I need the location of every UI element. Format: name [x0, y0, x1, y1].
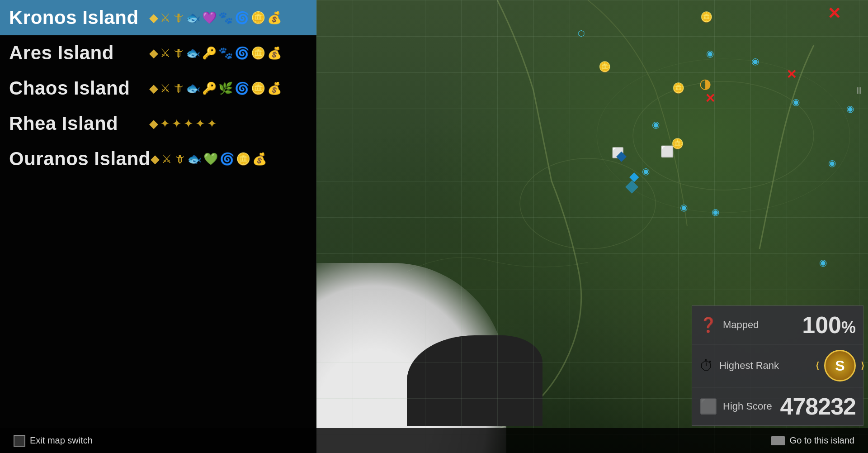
- marker-x-2: ✕: [786, 68, 797, 81]
- player-marker-glow: ◆: [625, 177, 638, 194]
- key-icon: —: [771, 436, 785, 445]
- island-name-chaos: Chaos Island: [9, 77, 149, 99]
- goto-label: Go to this island: [790, 435, 854, 446]
- island-name-kronos: Kronos Island: [9, 7, 149, 29]
- marker-coin-2: 🪙: [599, 62, 611, 72]
- island-item-kronos[interactable]: Kronos Island ◆ ⚔ 🗡 🐟 💜 🐾 🌀 🪙 💰: [0, 0, 316, 35]
- mapped-row: ❓ Mapped 100%: [692, 306, 863, 344]
- marker-chest-1: ⬜: [660, 146, 674, 157]
- island-item-chaos[interactable]: Chaos Island ◆ ⚔ 🗡 🐟 🔑 🌿 🌀 🪙 💰: [0, 71, 316, 106]
- rank-value: S: [835, 358, 844, 374]
- mapped-number: 100: [802, 312, 841, 338]
- marker-blue-10: ◉: [712, 207, 719, 216]
- rank-badge: S: [824, 350, 856, 381]
- island-list-panel: Kronos Island ◆ ⚔ 🗡 🐟 💜 🐾 🌀 🪙 💰 Ares Isl…: [0, 0, 316, 453]
- rank-row: ⏱ Highest Rank S: [692, 344, 863, 387]
- mapped-unit: %: [841, 318, 856, 337]
- blue-icon-top: ◆: [616, 149, 627, 162]
- rank-icon: ⏱: [699, 358, 714, 374]
- score-icon: ⬜: [699, 398, 717, 415]
- island-item-rhea[interactable]: Rhea Island ◆ ✦ ✦ ✦ ✦ ✦: [0, 106, 316, 141]
- island-icons-ouranos: ◆ ⚔ 🗡 🐟 💚 🌀 🪙 💰: [151, 153, 267, 165]
- marker-blue-6: ◉: [828, 158, 836, 167]
- island-icons-ares: ◆ ⚔ 🗡 🐟 🔑 🐾 🌀 🪙 💰: [149, 47, 282, 59]
- exit-label: Exit map switch: [30, 435, 93, 446]
- mapped-value: 100%: [802, 311, 856, 339]
- stats-panel: ❓ Mapped 100% ⏱ Highest Rank S ⬜ High Sc…: [692, 305, 863, 426]
- map-area: ✕ ✕ ✕ 🪙 🪙 🪙 🪙 ⬡ ◉ ◉ ◉ ◉ ◉ ◉ ◉ ◉ ◉ ◉ ◑ ⚠ …: [316, 0, 868, 453]
- marker-coin-3: 🪙: [672, 83, 684, 93]
- rank-label: Highest Rank: [719, 360, 824, 372]
- score-value: 478232: [780, 393, 856, 420]
- map-roman-2: II: [856, 86, 861, 96]
- marker-blue-5: ◉: [846, 104, 854, 113]
- island-icons-chaos: ◆ ⚔ 🗡 🐟 🔑 🌿 🌀 🪙 💰: [149, 82, 282, 94]
- mapped-label: Mapped: [723, 319, 802, 331]
- exit-map-btn[interactable]: Exit map switch: [14, 435, 93, 447]
- goto-island-btn[interactable]: — Go to this island: [771, 435, 854, 446]
- island-item-ares[interactable]: Ares Island ◆ ⚔ 🗡 🐟 🔑 🐾 🌀 🪙 💰: [0, 35, 316, 71]
- marker-x-3: ✕: [705, 92, 715, 105]
- mapped-icon: ❓: [699, 316, 717, 334]
- checkbox-icon: [14, 435, 25, 447]
- marker-coin-1: 🪙: [700, 12, 712, 22]
- marker-sector: ◑: [699, 77, 711, 91]
- island-item-ouranos[interactable]: Ouranos Island ◆ ⚔ 🗡 🐟 💚 🌀 🪙 💰: [0, 141, 316, 176]
- island-icons-rhea: ◆ ✦ ✦ ✦ ✦ ✦: [149, 118, 217, 129]
- island-name-rhea: Rhea Island: [9, 113, 149, 134]
- marker-blue-8: ◉: [642, 167, 650, 176]
- island-name-ares: Ares Island: [9, 42, 149, 64]
- marker-blue-1: ⬡: [578, 29, 585, 38]
- marker-x-1: ✕: [827, 5, 841, 22]
- marker-blue-2: ◉: [706, 49, 714, 58]
- marker-blue-3: ◉: [751, 57, 759, 66]
- marker-blue-7: ◉: [652, 120, 660, 129]
- score-label: High Score: [723, 401, 780, 412]
- island-name-ouranos: Ouranos Island: [9, 148, 151, 170]
- bottom-bar: Exit map switch — Go to this island: [0, 428, 868, 453]
- score-row: ⬜ High Score 478232: [692, 387, 863, 425]
- island-icons-kronos: ◆ ⚔ 🗡 🐟 💜 🐾 🌀 🪙 💰: [149, 12, 282, 24]
- marker-blue-9: ◉: [680, 203, 688, 212]
- marker-blue-11: ◉: [819, 258, 827, 267]
- marker-blue-4: ◉: [792, 97, 800, 106]
